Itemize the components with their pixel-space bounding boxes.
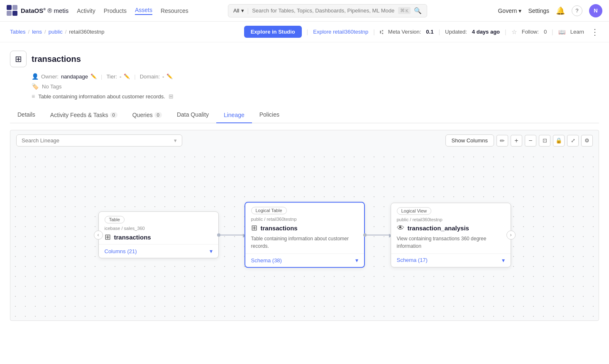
brand-logo[interactable]: DataOS® ® metis [7, 5, 68, 17]
node-type-badge-2: Logical Table [251, 207, 287, 214]
search-icon[interactable]: 🔍 [414, 7, 422, 15]
global-search-input[interactable] [252, 7, 395, 14]
settings-icon[interactable]: ⚙ [581, 135, 593, 147]
divider-3: | [438, 29, 440, 35]
node-footer-1: Columns (21) ▾ [99, 244, 218, 258]
learn-link[interactable]: Learn [570, 29, 584, 35]
node-header-3: Logical View public / retail360testnp 👁 … [391, 203, 511, 235]
nav-resources[interactable]: Resources [161, 7, 188, 14]
conn-start-dot-1 [217, 233, 220, 237]
divider-1: | [307, 29, 308, 35]
lock-icon[interactable]: 🔒 [553, 135, 565, 147]
node-desc-3: View containing transactions 360 degree … [391, 235, 511, 253]
edit-domain-icon[interactable]: ✏️ [166, 73, 173, 79]
show-columns-button[interactable]: Show Columns [445, 134, 494, 147]
tags-row: 🏷️ No Tags [10, 83, 599, 90]
lineage-panel: ▾ Show Columns ✏ + − ⊡ 🔒 ⤢ ⚙ ‹ [10, 130, 599, 321]
lineage-canvas: ‹ Table icebase / sales_360 ⊞ transactio… [10, 152, 599, 320]
queries-badge: 0 [154, 112, 162, 118]
node-path-1: icebase / sales_360 [105, 226, 213, 231]
expand-icon[interactable]: ⤢ [567, 135, 579, 147]
svg-rect-3 [12, 11, 17, 16]
node-header-2: Logical Table public / retail360testnp ⊞… [245, 203, 364, 235]
meta-version-label: Meta Version: [388, 29, 421, 35]
star-icon[interactable]: ☆ [511, 28, 517, 36]
updated-value: 4 days ago [472, 29, 500, 35]
tier-value: - [120, 73, 121, 80]
lineage-search-chevron[interactable]: ▾ [174, 137, 177, 144]
explore-retail-link[interactable]: Explore retail360testnp [313, 29, 368, 35]
global-search-bar: All ▾ | ⌘K 🔍 [228, 4, 427, 17]
notifications-icon[interactable]: 🔔 [556, 6, 565, 15]
node-name-1: transactions [114, 234, 151, 241]
lineage-controls: Show Columns ✏ + − ⊡ 🔒 ⤢ ⚙ [445, 134, 593, 147]
copy-icon[interactable]: ⊞ [169, 93, 174, 100]
view-icon-3: 👁 [397, 224, 404, 232]
help-icon[interactable]: ? [572, 5, 582, 16]
tab-data-quality[interactable]: Data Quality [169, 107, 216, 123]
tab-lineage[interactable]: Lineage [216, 107, 252, 123]
dataos-logo-icon [7, 5, 18, 17]
tab-policies[interactable]: Policies [252, 107, 287, 123]
govern-menu[interactable]: Govern ▾ [498, 7, 521, 14]
node-header-1: Table icebase / sales_360 ⊞ transactions [99, 212, 218, 244]
breadcrumb-public[interactable]: public [49, 29, 63, 35]
explore-studio-button[interactable]: Explore in Studio [244, 26, 302, 38]
lineage-node-transactions-logical: Logical Table public / retail360testnp ⊞… [245, 202, 365, 268]
fit-view-icon[interactable]: ⊡ [539, 135, 550, 147]
edit-owner-icon[interactable]: ✏️ [90, 73, 97, 79]
owner-row: 👤 Owner: nandapage ✏️ | Tier: - ✏️ | Dom… [10, 73, 599, 80]
entity-title: transactions [32, 54, 81, 64]
nav-links: Activity Products Assets Resources [77, 7, 188, 15]
divider-4: | [505, 29, 506, 35]
lineage-toolbar: ▾ Show Columns ✏ + − ⊡ 🔒 ⤢ ⚙ [10, 130, 599, 151]
nav-assets[interactable]: Assets [135, 7, 152, 15]
columns-link-1[interactable]: Columns (21) [105, 248, 137, 254]
more-options-icon[interactable]: ⋮ [591, 27, 599, 37]
brand-suffix: ® metis [47, 7, 68, 14]
lineage-search-input[interactable] [22, 137, 171, 144]
breadcrumb-lens[interactable]: lens [32, 29, 42, 35]
description-text: Table containing information about custo… [38, 93, 165, 100]
edit-lineage-icon[interactable]: ✏ [496, 135, 508, 147]
chevron-2[interactable]: ▾ [355, 257, 358, 264]
node-right-arrow[interactable]: › [506, 230, 516, 239]
node-footer-3: Schema (17) ▾ [391, 253, 511, 267]
node-desc-2: Table containing information about custo… [245, 235, 364, 253]
table-grid-icon-1: ⊞ [105, 232, 111, 242]
top-nav: DataOS® ® metis Activity Products Assets… [0, 0, 609, 22]
breadcrumb-tables[interactable]: Tables [10, 29, 26, 35]
divider-tier: | [134, 73, 135, 80]
user-avatar[interactable]: N [589, 4, 602, 17]
edit-tier-icon[interactable]: ✏️ [124, 73, 130, 79]
node-path-2: public / retail360testnp [251, 217, 358, 222]
node-name-row-1: ⊞ transactions [105, 232, 213, 242]
tags-value: No Tags [42, 83, 61, 90]
node-left-arrow[interactable]: ‹ [94, 230, 103, 239]
owner-label: Owner: [41, 73, 59, 80]
meta-version-value: 0.1 [426, 29, 433, 35]
table-icon: ⊞ [15, 54, 22, 64]
settings-link[interactable]: Settings [528, 7, 549, 14]
brand-name: DataOS® ® metis [21, 7, 68, 14]
add-lineage-icon[interactable]: + [511, 135, 522, 147]
divider-5: | [552, 29, 553, 35]
lineage-nodes-container: ‹ Table icebase / sales_360 ⊞ transactio… [98, 202, 511, 268]
breadcrumb: Tables / lens / public / retail360testnp [10, 29, 105, 35]
tab-activity-feeds[interactable]: Activity Feeds & Tasks 0 [43, 107, 125, 123]
nav-activity[interactable]: Activity [77, 7, 95, 14]
tag-icon: 🏷️ [32, 83, 39, 90]
chevron-3[interactable]: ▾ [502, 257, 505, 264]
nav-products[interactable]: Products [104, 7, 127, 14]
tab-queries[interactable]: Queries 0 [125, 107, 169, 123]
schema-link-2[interactable]: Schema (38) [251, 257, 282, 264]
chevron-1[interactable]: ▾ [210, 248, 213, 254]
node-type-badge-3: Logical View [397, 207, 432, 215]
tab-details[interactable]: Details [10, 107, 43, 123]
table-grid-icon-2: ⊞ [251, 223, 257, 232]
zoom-out-icon[interactable]: − [525, 135, 536, 147]
all-filter[interactable]: All ▾ [233, 7, 244, 14]
updated-label: Updated: [445, 29, 467, 35]
schema-link-3[interactable]: Schema (17) [397, 257, 428, 263]
activity-badge: 0 [110, 112, 117, 118]
